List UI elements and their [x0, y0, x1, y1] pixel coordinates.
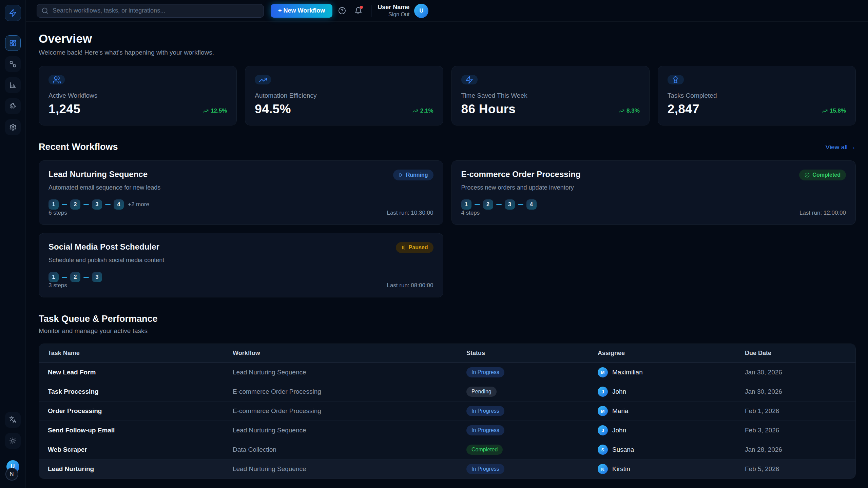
stat-value: 1,245 [49, 102, 80, 116]
new-workflow-button[interactable]: + New Workflow [271, 4, 332, 18]
trending-up-icon [203, 108, 209, 114]
page-subtitle: Welcome back! Here's what's happening wi… [39, 49, 856, 56]
step-chip: 3 [92, 199, 102, 210]
status-badge: In Progress [466, 406, 504, 416]
check-circle-icon [805, 173, 810, 178]
assignee-name: Maximilian [612, 369, 643, 376]
column-header-due-date: Due Date [745, 350, 847, 357]
stat-trend: 12.5% [203, 108, 227, 116]
stat-card-time-saved[interactable]: Time Saved This Week 86 Hours 8.3% [451, 66, 650, 125]
stat-card-tasks-completed[interactable]: Tasks Completed 2,847 15.8% [658, 66, 856, 125]
workflow-steps: 1 2 3 4 [461, 199, 846, 210]
steps-count: 3 steps [49, 282, 67, 289]
table-header: Task Name Workflow Status Assignee Due D… [39, 344, 855, 363]
search-input[interactable] [37, 4, 264, 18]
task-workflow: E-commerce Order Processing [233, 407, 466, 415]
help-button[interactable] [335, 4, 349, 18]
step-chip: 1 [49, 199, 59, 210]
workflow-card-social-media[interactable]: Social Media Post Scheduler Paused Sched… [39, 233, 443, 297]
stat-card-active-workflows[interactable]: Active Workflows 1,245 12.5% [39, 66, 237, 125]
stat-label: Tasks Completed [668, 92, 846, 99]
sidebar-item-workflows[interactable] [5, 56, 21, 72]
last-run: Last run: 08:00:00 [387, 282, 433, 289]
step-connector [105, 204, 111, 205]
translate-icon [9, 416, 17, 424]
assignee-name: Kirstin [612, 465, 630, 473]
due-date: Jan 30, 2026 [745, 369, 847, 376]
theme-toggle-button[interactable] [5, 433, 21, 449]
table-row[interactable]: Lead Nurturing Lead Nurturing Sequence I… [39, 459, 855, 479]
app-logo[interactable] [5, 5, 21, 21]
column-header-workflow: Workflow [233, 350, 466, 357]
search-container [37, 4, 264, 18]
table-row[interactable]: Web Scraper Data Collection Completed S … [39, 440, 855, 459]
step-connector [475, 204, 480, 205]
task-name: New Lead Form [48, 369, 233, 376]
task-workflow: Lead Nurturing Sequence [233, 427, 466, 434]
stat-trend: 15.8% [822, 108, 846, 116]
puzzle-icon [9, 102, 17, 110]
table-row[interactable]: Order Processing E-commerce Order Proces… [39, 401, 855, 421]
user-avatar[interactable]: U [414, 4, 428, 18]
assignee-name: John [612, 427, 626, 434]
table-row[interactable]: New Lead Form Lead Nurturing Sequence In… [39, 363, 855, 382]
step-chip: 2 [70, 272, 80, 282]
avatar-overlay[interactable]: N [5, 468, 18, 481]
task-workflow: Data Collection [233, 446, 466, 453]
recent-workflows-title: Recent Workflows [39, 142, 118, 152]
language-toggle-button[interactable] [5, 412, 21, 428]
table-row[interactable]: Task Processing E-commerce Order Process… [39, 382, 855, 401]
stat-trend: 8.3% [619, 108, 640, 116]
sidebar: U N [0, 0, 26, 488]
user-block: User Name Sign Out [378, 3, 409, 18]
task-name: Web Scraper [48, 446, 233, 453]
workflow-title: E-commerce Order Processing [461, 170, 581, 179]
assignee-avatar: M [598, 406, 608, 416]
workflow-card-lead-nurturing[interactable]: Lead Nurturing Sequence Running Automate… [39, 160, 443, 225]
task-table: Task Name Workflow Status Assignee Due D… [39, 344, 856, 479]
view-all-link[interactable]: View all → [826, 143, 856, 151]
column-header-assignee: Assignee [598, 350, 745, 357]
step-connector [518, 204, 523, 205]
sidebar-item-settings[interactable] [5, 119, 21, 135]
dashboard-grid-icon [9, 39, 17, 47]
more-steps-label: +2 more [128, 201, 149, 208]
sidebar-item-analytics[interactable] [5, 77, 21, 93]
topbar: + New Workflow User Name Sign Out U [26, 0, 868, 22]
bar-chart-icon [9, 81, 17, 89]
task-queue-subtitle: Monitor and manage your active tasks [39, 327, 856, 335]
sidebar-bottom: U N [5, 412, 21, 481]
stat-value: 86 Hours [461, 102, 516, 116]
stat-label: Time Saved This Week [461, 92, 640, 99]
assignee-name: Maria [612, 407, 629, 415]
help-circle-icon [338, 7, 346, 15]
status-badge-running: Running [393, 170, 433, 180]
stat-value: 2,847 [668, 102, 699, 116]
column-header-status: Status [466, 350, 598, 357]
step-chip: 2 [483, 199, 493, 210]
step-connector [83, 204, 89, 205]
column-header-task-name: Task Name [48, 350, 233, 357]
stat-card-automation-efficiency[interactable]: Automation Efficiency 94.5% 2.1% [245, 66, 443, 125]
workflow-description: Automated email sequence for new leads [49, 184, 433, 191]
workflow-description: Schedule and publish social media conten… [49, 257, 433, 264]
task-name: Task Processing [48, 388, 233, 395]
step-connector [62, 277, 67, 278]
step-chip: 4 [526, 199, 537, 210]
workflow-title: Social Media Post Scheduler [49, 242, 159, 252]
sidebar-item-integrations[interactable] [5, 98, 21, 114]
workflow-steps: 1 2 3 4 +2 more [49, 199, 433, 210]
task-queue-title: Task Queue & Performance [39, 314, 158, 324]
assignee-name: Susana [612, 446, 634, 453]
status-badge: Pending [466, 387, 497, 397]
notifications-button[interactable] [351, 4, 365, 18]
task-name: Send Follow-up Email [48, 427, 233, 434]
table-row[interactable]: Send Follow-up Email Lead Nurturing Sequ… [39, 421, 855, 440]
sidebar-item-dashboard[interactable] [5, 35, 21, 51]
task-name: Order Processing [48, 407, 233, 415]
content: Overview Welcome back! Here's what's hap… [26, 22, 868, 488]
sign-out-link[interactable]: Sign Out [378, 11, 409, 18]
users-icon [49, 75, 65, 84]
workflow-card-ecommerce[interactable]: E-commerce Order Processing Completed Pr… [451, 160, 856, 225]
task-workflow: Lead Nurturing Sequence [233, 465, 466, 473]
